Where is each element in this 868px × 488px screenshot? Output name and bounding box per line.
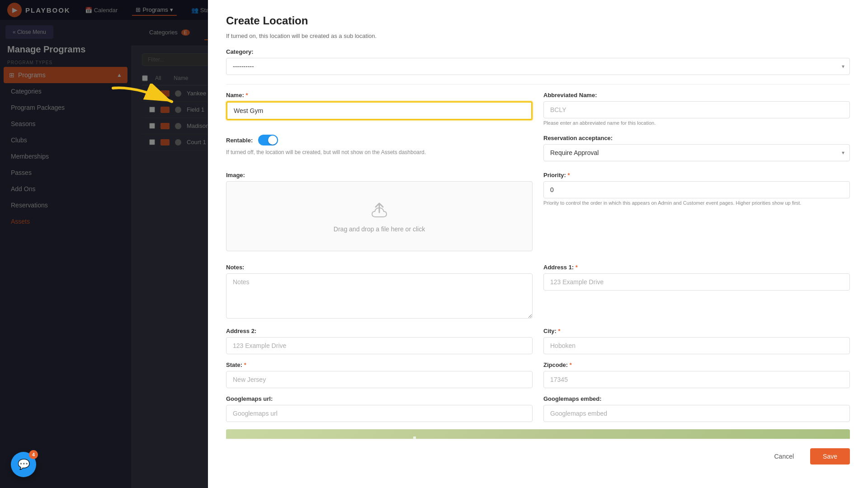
reservation-select[interactable]: Require Approval Auto Approve Manual <box>543 144 850 161</box>
name-col: Name: * <box>226 92 533 126</box>
name-required-star: * <box>245 92 248 99</box>
abbreviated-name-col: Abbreviated Name: Please enter an abbrev… <box>543 92 850 126</box>
reservation-label: Reservation acceptance: <box>543 135 850 141</box>
rentable-row: Rentable: If turned off, the location wi… <box>226 135 850 163</box>
category-select-wrapper: ---------- ▾ <box>226 58 850 75</box>
address1-col: Address 1: * <box>543 264 850 320</box>
rentable-col: Rentable: If turned off, the location wi… <box>226 135 533 163</box>
zipcode-label: Zipcode: * <box>543 361 850 368</box>
zipcode-required-star: * <box>570 361 572 368</box>
googlemaps-url-label: Googlemaps url: <box>226 395 533 402</box>
upload-text: Drag and drop a file here or click <box>236 225 523 233</box>
city-label: City: * <box>543 328 850 334</box>
notes-label: Notes: <box>226 264 533 271</box>
modal-subtitle: If turned on, this location will be crea… <box>226 33 850 39</box>
address1-input[interactable] <box>543 273 850 291</box>
modal-title: Create Location <box>226 14 850 27</box>
googlemaps-url-col: Googlemaps url: <box>226 395 533 422</box>
category-select[interactable]: ---------- <box>226 58 850 75</box>
reservation-select-wrapper: Require Approval Auto Approve Manual ▾ <box>543 144 850 161</box>
form-divider <box>226 84 850 84</box>
modal-footer: Cancel Save <box>226 439 850 474</box>
rentable-toggle[interactable] <box>258 135 278 145</box>
category-label: Category: <box>226 48 850 55</box>
state-col: State: * <box>226 361 533 388</box>
abbreviated-name-label: Abbreviated Name: <box>543 92 850 99</box>
googlemaps-embed-col: Googlemaps embed: <box>543 395 850 422</box>
priority-row: Image: Drag and drop a file here or clic… <box>226 172 850 260</box>
priority-input[interactable] <box>543 181 850 198</box>
priority-required-star: * <box>567 172 570 178</box>
googlemaps-embed-label: Googlemaps embed: <box>543 395 850 402</box>
chat-bubble[interactable]: 💬 4 <box>11 452 36 477</box>
image-col: Image: Drag and drop a file here or clic… <box>226 172 533 260</box>
category-section: Category: ---------- ▾ <box>226 48 850 75</box>
address1-label: Address 1: * <box>543 264 850 271</box>
zipcode-col: Zipcode: * <box>543 361 850 388</box>
abbreviated-name-input[interactable] <box>543 101 850 118</box>
priority-hint: Priority to control the order in which t… <box>543 200 850 206</box>
name-input[interactable] <box>226 101 533 120</box>
reservation-col: Reservation acceptance: Require Approval… <box>543 135 850 163</box>
state-input[interactable] <box>226 371 533 388</box>
rentable-hint: If turned off, the location will be crea… <box>226 149 533 155</box>
googlemaps-url-input[interactable] <box>226 405 533 422</box>
notes-textarea[interactable] <box>226 273 533 319</box>
rentable-toggle-row: Rentable: <box>226 135 533 145</box>
state-zipcode-row: State: * Zipcode: * <box>226 361 850 388</box>
city-input[interactable] <box>543 337 850 354</box>
abbreviated-name-hint: Please enter an abbreviated name for thi… <box>543 120 850 126</box>
chat-icon: 💬 <box>18 459 30 470</box>
address2-label: Address 2: <box>226 328 533 334</box>
zipcode-input[interactable] <box>543 371 850 388</box>
address2-city-row: Address 2: City: * <box>226 328 850 354</box>
name-row: Name: * Abbreviated Name: Please enter a… <box>226 92 850 126</box>
state-label: State: * <box>226 361 533 368</box>
address2-col: Address 2: <box>226 328 533 354</box>
toggle-knob <box>268 136 277 145</box>
notes-address-row: Notes: Address 1: * <box>226 264 850 320</box>
image-upload-area[interactable]: Drag and drop a file here or click <box>226 181 533 251</box>
rentable-label: Rentable: <box>226 137 253 144</box>
chat-badge: 4 <box>29 450 38 459</box>
upload-icon <box>236 200 523 222</box>
city-required-star: * <box>558 328 561 334</box>
city-col: City: * <box>543 328 850 354</box>
create-location-modal: Create Location If turned on, this locat… <box>208 0 868 488</box>
save-button[interactable]: Save <box>810 448 850 465</box>
name-label: Name: * <box>226 92 533 99</box>
notes-col: Notes: <box>226 264 533 320</box>
priority-label: Priority: * <box>543 172 850 178</box>
googlemaps-row: Googlemaps url: Googlemaps embed: <box>226 395 850 422</box>
image-label: Image: <box>226 172 533 178</box>
googlemaps-embed-input[interactable] <box>543 405 850 422</box>
cancel-button[interactable]: Cancel <box>763 448 805 465</box>
address1-required-star: * <box>576 264 578 271</box>
state-required-star: * <box>244 361 246 368</box>
priority-col: Priority: * Priority to control the orde… <box>543 172 850 260</box>
address2-input[interactable] <box>226 337 533 354</box>
